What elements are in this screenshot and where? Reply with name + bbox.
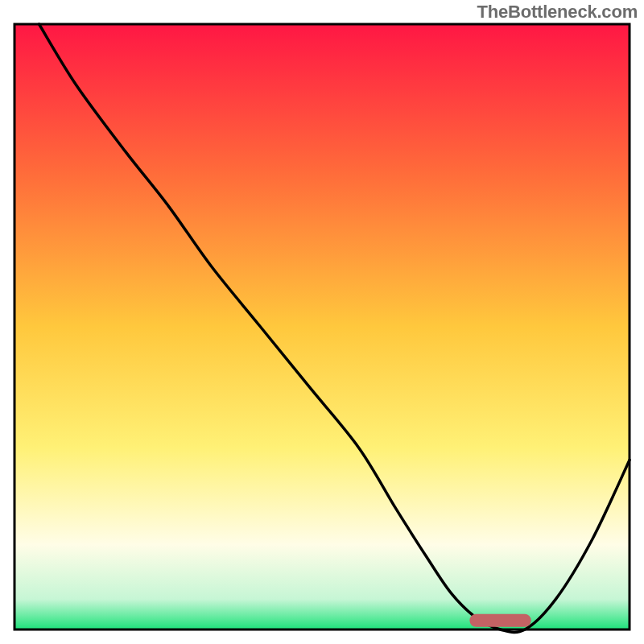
optimal-indicator	[469, 614, 530, 627]
plot-background	[14, 24, 630, 630]
attribution-text: TheBottleneck.com	[477, 2, 638, 23]
bottleneck-chart	[0, 0, 644, 644]
chart-container: { "attribution": "TheBottleneck.com", "c…	[0, 0, 644, 644]
